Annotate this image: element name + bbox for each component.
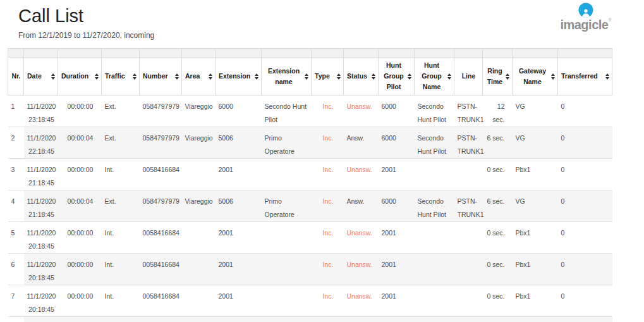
cell-type: Inc. (312, 190, 344, 222)
cell-status: Unansw. (344, 317, 379, 322)
cell-nr: 4 (8, 190, 24, 222)
cell-extension: 2001 (216, 159, 262, 190)
header-band-cell (262, 49, 312, 58)
table-row: 311/1/202021:18:4500:00:00Int.0058416684… (8, 159, 612, 190)
sort-icon[interactable] (209, 73, 212, 80)
col-header-extension[interactable]: Extension (216, 58, 262, 96)
cell-gateway_name: Pbx1 (513, 317, 558, 322)
col-header-type[interactable]: Type (312, 58, 344, 96)
cell-hunt_group_name (415, 317, 454, 322)
cell-line (454, 285, 483, 317)
col-header-label: Status (347, 71, 367, 82)
cell-number: 0584797979 (140, 127, 182, 159)
table-row: 711/1/202020:18:4500:00:00Int.0058416684… (8, 285, 612, 317)
header-band-cell (454, 49, 483, 58)
col-header-gateway_name[interactable]: Gateway Name (513, 58, 558, 96)
cell-nr: 2 (8, 127, 24, 159)
col-header-area[interactable]: Area (182, 58, 216, 96)
sort-icon[interactable] (255, 73, 258, 80)
time-value: 21:18:45 (27, 208, 56, 221)
cell-date: 11/1/202020:18:45 (24, 222, 58, 254)
col-header-extension_name[interactable]: Extension name (262, 58, 312, 96)
cell-hunt_group_name: Secondo Hunt Pilot (415, 127, 454, 159)
sort-icon[interactable] (337, 73, 341, 80)
cell-nr: 6 (8, 254, 24, 285)
cell-line: PSTN-TRUNK1 (454, 127, 483, 159)
cell-duration: 00:00:00 (58, 317, 102, 322)
col-header-date[interactable]: Date (24, 58, 58, 96)
sort-icon[interactable] (447, 73, 451, 80)
time-value: 21:18:45 (27, 176, 56, 190)
col-header-hunt_group_name[interactable]: Hunt Group Name (415, 58, 454, 96)
cell-gateway_name: Pbx1 (513, 254, 558, 285)
sort-icon[interactable] (408, 73, 411, 80)
header-band-cell (8, 49, 24, 58)
cell-nr: 3 (8, 159, 24, 190)
cell-type: Inc. (312, 285, 344, 317)
header-band-cell (558, 49, 612, 58)
sort-icon[interactable] (605, 73, 609, 80)
cell-hunt_group_pilot: 2001 (379, 222, 415, 254)
cell-type: Inc. (312, 317, 344, 322)
sort-icon[interactable] (133, 73, 137, 80)
cell-nr: 1 (8, 96, 24, 127)
cell-ring_time: 0 sec. (483, 222, 513, 254)
cell-number: 0584797979 (140, 190, 182, 222)
col-header-traffic[interactable]: Traffic (102, 58, 140, 96)
cell-hunt_group_name (415, 254, 454, 285)
table-row: 511/1/202020:18:4500:00:00Int.0058416684… (8, 222, 612, 254)
cell-extension_name: Primo Operatore (262, 190, 312, 222)
col-header-number[interactable]: Number (140, 58, 182, 96)
cell-hunt_group_name (415, 222, 454, 254)
sort-icon[interactable] (372, 73, 375, 80)
cell-transferred: 0 (558, 285, 612, 317)
table-row: 811/1/202020:18:4500:00:00Int.0058416684… (8, 317, 612, 322)
cell-hunt_group_pilot: 2001 (379, 317, 415, 322)
header-band-cell (24, 49, 58, 58)
header-band-cell (182, 49, 216, 58)
cell-traffic: Int. (102, 222, 140, 254)
col-header-label: Duration (61, 71, 88, 82)
sort-icon[interactable] (305, 73, 308, 80)
col-header-ring_time[interactable]: Ring Time (483, 58, 513, 96)
page-subtitle: From 12/1/2019 to 11/27/2020, incoming (18, 31, 644, 40)
sort-icon[interactable] (51, 73, 55, 80)
sort-icon[interactable] (551, 73, 555, 80)
cell-ring_time: 0 sec. (483, 317, 513, 322)
cell-number: 0058416684 (140, 317, 182, 322)
brand-name: imagicle (560, 18, 608, 32)
cell-duration: 00:00:00 (58, 159, 102, 190)
cell-extension_name: Primo Operatore (262, 127, 312, 159)
col-header-duration[interactable]: Duration (58, 58, 102, 96)
cell-date: 11/1/202022:18:45 (24, 127, 58, 159)
sort-icon[interactable] (95, 73, 99, 80)
col-header-status[interactable]: Status (344, 58, 379, 96)
col-header-label: Ring Time (486, 66, 504, 87)
cell-type: Inc. (312, 127, 344, 159)
table-row: 211/1/202022:18:4500:00:04Ext.0584797979… (8, 127, 612, 159)
cell-date: 11/1/202023:18:45 (24, 96, 58, 127)
sort-icon[interactable] (506, 73, 509, 80)
page-title: Call List (18, 6, 644, 27)
cell-gateway_name: VG (513, 190, 558, 222)
header-band-cell (415, 49, 454, 58)
cell-hunt_group_pilot: 2001 (379, 285, 415, 317)
date-value: 11/1/2020 (27, 163, 56, 176)
cell-extension_name (262, 222, 312, 254)
cell-duration: 00:00:00 (58, 285, 102, 317)
col-header-hunt_group_pilot[interactable]: Hunt Group Pilot (379, 58, 415, 96)
cell-duration: 00:00:00 (58, 96, 102, 127)
header-band-cell (58, 49, 102, 58)
header-band-cell (216, 49, 262, 58)
registered-mark: ® (608, 18, 611, 22)
col-header-transferred[interactable]: Transferred (558, 58, 612, 96)
col-header-label: Transferred (561, 71, 598, 82)
sort-icon[interactable] (175, 73, 179, 80)
cell-status: Answ. (344, 127, 379, 159)
cell-ring_time: 0 sec. (483, 285, 513, 317)
cell-gateway_name: VG (513, 127, 558, 159)
date-value: 11/1/2020 (27, 258, 56, 271)
call-list-table: Nr.DateDurationTrafficNumberAreaExtensio… (8, 48, 612, 322)
cell-extension: 2001 (216, 285, 262, 317)
cell-transferred: 0 (558, 254, 612, 285)
